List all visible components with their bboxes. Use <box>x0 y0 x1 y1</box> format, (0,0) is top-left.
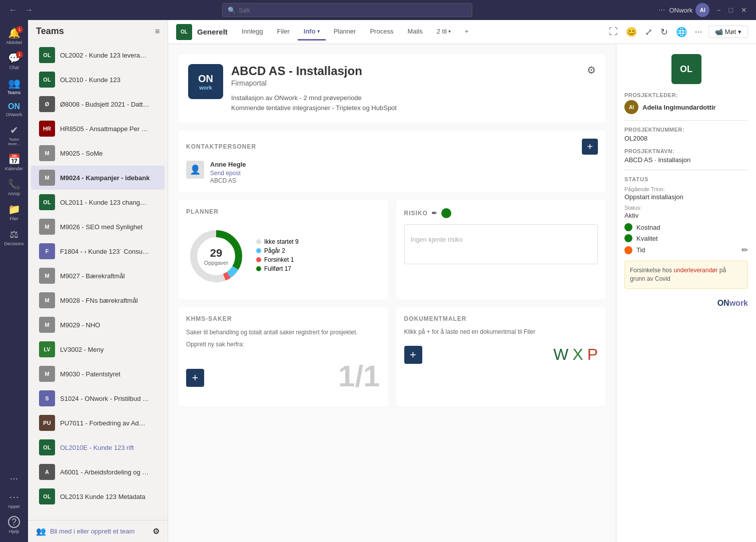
user-info[interactable]: ONwork AI <box>669 3 709 17</box>
nav-forward-button[interactable]: → <box>22 4 36 17</box>
sidebar-item-calendar[interactable]: 📅 Kalender <box>2 150 26 174</box>
emoji-button[interactable]: 😊 <box>624 25 639 40</box>
tid-edit-icon[interactable]: ✏ <box>741 245 748 255</box>
team-item-f1804[interactable]: F F1804 - › Kunde 123˙ Consultants AS ··… <box>31 239 165 263</box>
khms-add-button[interactable]: + <box>186 369 204 387</box>
tab-info[interactable]: Info ▾ <box>298 24 326 41</box>
firm-settings-icon[interactable]: ⚙ <box>587 64 596 76</box>
meet-button[interactable]: 📹 Møt ▾ <box>708 26 748 38</box>
sidebar-item-calls[interactable]: 📞 Anrop <box>2 175 26 199</box>
team-item-m9028[interactable]: M M9028 - FNs bærekraftmål ··· <box>31 288 165 312</box>
sidebar-item-teams[interactable]: 👥 Teams <box>2 74 26 98</box>
onwork-on-text: ON <box>717 299 729 308</box>
sidebar-item-chat[interactable]: 💬 Chat 1 <box>2 49 26 73</box>
sidebar-icons: 🔔 Aktivitet 1 💬 Chat 1 👥 Teams ON ONwork… <box>0 20 28 542</box>
search-input[interactable] <box>239 7 467 14</box>
planner-total: 29 <box>204 247 228 260</box>
more-options-icon[interactable]: ··· <box>658 6 665 15</box>
sidebar-item-help[interactable]: ? Hjelp <box>2 513 26 537</box>
tab-more[interactable]: 2 til ▾ <box>431 24 457 41</box>
team-item-s1024[interactable]: S S1024 - ONwork - Pristilbud kunder ··· <box>31 386 165 410</box>
expand-button[interactable]: ⤢ <box>643 25 654 40</box>
window-controls: − □ ✕ <box>713 5 750 15</box>
close-button[interactable]: ✕ <box>738 5 750 15</box>
help-icon: ? <box>8 516 20 528</box>
apps-icon: ⋯ <box>9 491 19 503</box>
sidebar-item-decisions[interactable]: ⚖ Decisions <box>2 225 26 249</box>
sidebar-item-activity[interactable]: 🔔 Aktivitet 1 <box>2 24 26 48</box>
team-item-ol2011[interactable]: OL OL2011 - Kunde 123 changes to Oper...… <box>31 190 165 214</box>
team-item-ol2002[interactable]: OL OL2002 - Kunde 123 leveranse ··· <box>31 43 165 67</box>
tab-process[interactable]: Process <box>364 24 399 41</box>
note-link[interactable]: underleverandør <box>673 267 717 274</box>
calls-label: Anrop <box>8 191 20 196</box>
activity-badge: 1 <box>16 26 23 33</box>
globe-button[interactable]: 🌐 <box>674 25 689 40</box>
risiko-edit-icon[interactable]: ✏ <box>432 210 437 217</box>
header-more-button[interactable]: ··· <box>693 25 704 39</box>
teams-title: Teams <box>36 26 64 37</box>
team-item-m9027[interactable]: M M9027 - Bærekraftmål ··· <box>31 264 165 288</box>
onwork-label: ONwork <box>6 112 23 117</box>
team-name-a6001: A6001 - Arbeidsfordeling og status <box>60 468 150 476</box>
team-name-ol2011: OL2011 - Kunde 123 changes to Oper... <box>60 199 150 206</box>
team-item-lv3002[interactable]: LV LV3002 - Meny ··· <box>31 337 165 361</box>
onwork-work-text: work <box>729 299 748 308</box>
screen-share-button[interactable]: ⛶ <box>607 25 620 39</box>
calendar-icon: 📅 <box>8 153 21 165</box>
team-item-m9025[interactable]: M M9025 - SoMe ··· <box>31 141 165 165</box>
search-bar[interactable]: 🔍 <box>222 3 472 17</box>
team-item-ol2010[interactable]: OL OL2010 - Kunde 123 ··· <box>31 68 165 92</box>
team-item-ol2010e[interactable]: OL OL2010E - Kunde 123 rift ··· <box>31 435 165 459</box>
team-item-m9029[interactable]: M M9029 - NHO ··· <box>31 313 165 337</box>
planner-title: PLANNER <box>186 208 380 215</box>
join-team-button[interactable]: 👥 Bli med i eller opprett et team <box>36 526 135 536</box>
team-avatar-ol2013: OL <box>39 488 55 504</box>
team-item-ol2013[interactable]: OL OL2013 Kunde 123 Metadata ··· <box>31 484 165 508</box>
tab-innlegg[interactable]: Innlegg <box>236 24 269 41</box>
team-item-o8008[interactable]: Ø Ø8008 - Budsjett 2021 - Datterselskap … <box>31 92 165 116</box>
tab-filer[interactable]: Filer <box>271 24 296 41</box>
nav-back-button[interactable]: ← <box>6 4 20 17</box>
contact-item: 👤 Anne Hegle Send epost ABCD AS <box>186 161 598 184</box>
tab-planner[interactable]: Planner <box>328 24 362 41</box>
add-kontakt-button[interactable]: + <box>582 139 598 155</box>
firm-description: Installasjon av ONwork - 2 mnd prøveperi… <box>231 93 397 113</box>
divider-2 <box>624 170 748 170</box>
sidebar-item-onwork[interactable]: ON ONwork <box>2 99 26 120</box>
refresh-button[interactable]: ↻ <box>658 25 670 40</box>
main-content: OL Generelt Innlegg Filer Info ▾ Planner <box>168 20 756 542</box>
team-item-m9026[interactable]: M M9026 - SEO med Synlighet ··· <box>31 215 165 239</box>
team-item-m9030[interactable]: M M9030 - Patentstyret ··· <box>31 362 165 386</box>
firm-details: ABCD AS - Installasjon Firmaportal Insta… <box>231 64 397 113</box>
sidebar-more[interactable]: ··· <box>2 468 26 488</box>
team-avatar-m9028: M <box>39 292 55 308</box>
team-item-hr8505[interactable]: HR HR8505 - Ansattmappe Per Hansen ··· <box>31 117 165 141</box>
project-num-label: Prosjektnummer: <box>624 127 748 133</box>
team-avatar-o8008: Ø <box>39 96 55 112</box>
team-name-o8008: Ø8008 - Budsjett 2021 - Datterselskap AS <box>60 101 150 108</box>
team-item-pu7011[interactable]: PU PU7011 - Forbedring av AdminWeb ··· <box>31 411 165 435</box>
settings-icon[interactable]: ⚙ <box>153 526 160 536</box>
maximize-button[interactable]: □ <box>726 5 736 15</box>
planner-total-label: Oppgaver <box>204 260 228 266</box>
teams-filter-icon[interactable]: ≡ <box>155 27 160 36</box>
tab-add[interactable]: + <box>459 24 475 41</box>
sidebar-item-files[interactable]: 📁 Filer <box>2 200 26 224</box>
sidebar-item-tasks[interactable]: ✔ Tasks lever... <box>2 121 26 149</box>
team-item-a6001[interactable]: A A6001 - Arbeidsfordeling og status ··· <box>31 460 165 484</box>
rs-avatar-text: OL <box>680 64 692 75</box>
divider-1 <box>624 120 748 121</box>
team-avatar-ol2010e: OL <box>39 439 55 455</box>
contact-email-link[interactable]: Send epost <box>210 170 241 177</box>
sidebar-item-apps[interactable]: ⋯ Apper <box>2 488 26 512</box>
team-name-pu7011: PU7011 - Forbedring av AdminWeb <box>60 419 150 427</box>
team-item-m9024[interactable]: M M9024 - Kampanjer - idebank ··· <box>31 166 165 190</box>
minimize-button[interactable]: − <box>713 5 723 15</box>
legend-label-pagar: Pågår 2 <box>264 247 285 254</box>
team-avatar-f1804: F <box>39 243 55 259</box>
dokumentmaler-add-button[interactable]: + <box>404 346 422 364</box>
tab-more-label: 2 til <box>437 28 447 35</box>
tab-mails[interactable]: Mails <box>401 24 428 41</box>
channel-name: Generelt <box>197 28 228 36</box>
